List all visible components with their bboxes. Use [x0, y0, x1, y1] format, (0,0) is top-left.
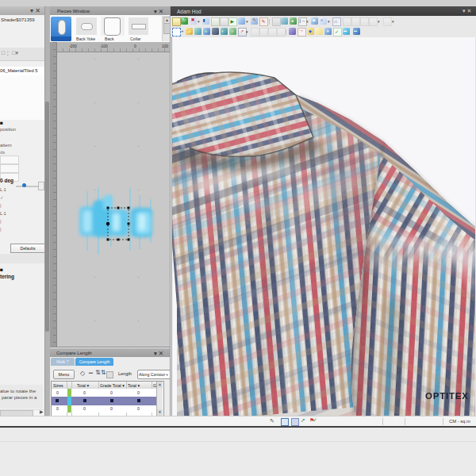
svg-text:OPTITEX: OPTITEX: [425, 391, 469, 401]
